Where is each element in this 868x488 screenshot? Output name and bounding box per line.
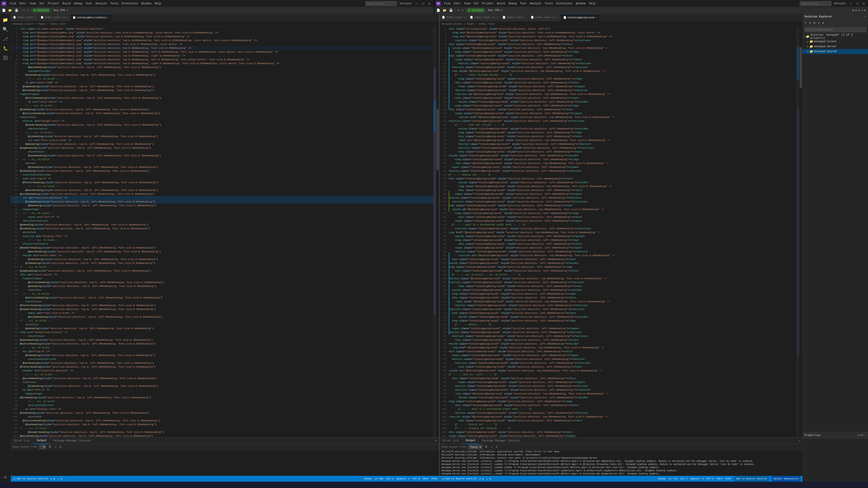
tab-left-3-close[interactable]: ✕ xyxy=(107,16,109,19)
menu-help-left[interactable]: Help xyxy=(153,1,163,6)
tab-left-2[interactable]: 📄 Index.razor.cs ✕ xyxy=(38,13,70,21)
menu-edit-left[interactable]: Edit xyxy=(18,1,28,6)
toolbar-btn-save[interactable]: 💾 xyxy=(13,8,20,13)
window-maximize-left[interactable]: □ xyxy=(420,1,426,6)
tree-item-server[interactable]: ▶ 📁 monopad.Server xyxy=(803,44,868,49)
prop-btn-show-events[interactable]: ⚡ xyxy=(865,433,866,437)
output-tab-pkgmgr-left[interactable]: Package Manager Console xyxy=(50,437,94,444)
menu-analyze-right[interactable]: Analyze xyxy=(528,1,543,6)
toolbar-btn-redo[interactable]: ↪ xyxy=(26,8,30,12)
status-spaces-left[interactable]: Spaces: 4 xyxy=(397,477,410,480)
toolbar-btn-debug[interactable]: Any CPU ▾ xyxy=(53,8,69,12)
menu-git-right[interactable]: Git xyxy=(472,1,480,6)
output-btn-wrap-right[interactable]: ↵ xyxy=(490,445,493,449)
output-btn-clear-left[interactable]: 🗑 xyxy=(48,445,52,449)
toolbar-cpu-r[interactable]: Any CPU ▾ xyxy=(487,8,504,12)
toolbar-btn-save-r[interactable]: 💾 xyxy=(448,8,454,13)
output-tab-output-right[interactable]: Output xyxy=(463,437,479,444)
menu-window-left[interactable]: Window xyxy=(140,1,153,6)
menu-help-right[interactable]: Help xyxy=(587,1,597,6)
tab-left-3-active[interactable]: 📄 UiHidingMenu/UiWhite ✕ xyxy=(70,13,112,21)
output-content-right[interactable]: Microsoft.Hosting.Lifetime: Information:… xyxy=(440,450,802,476)
output-tab-output-left[interactable]: Output xyxy=(34,437,50,444)
status-warning-count-left[interactable]: ⚠ 0 xyxy=(58,477,62,480)
output-btn-filter-left[interactable]: ⚙ xyxy=(59,445,62,449)
tab-left-1-close[interactable]: ✕ xyxy=(35,16,36,19)
output-btn-wrap-left[interactable]: ↵ xyxy=(54,445,57,449)
menu-file-left[interactable]: File xyxy=(8,1,18,6)
menu-edit-right[interactable]: Edit xyxy=(453,1,462,6)
status-source-control-right[interactable]: Add to Source Control xyxy=(734,476,769,482)
menu-project-left[interactable]: Project xyxy=(46,1,61,6)
menu-extensions-right[interactable]: Extensions xyxy=(555,1,574,6)
tree-item-client[interactable]: ▶ 📁 monopad.Client xyxy=(803,39,868,44)
tab-right-3[interactable]: 📄Index.razor✕ xyxy=(500,13,528,21)
status-repo-right[interactable]: Select Repository xyxy=(772,476,801,482)
status-warning-count-right[interactable]: ⚠ 0 xyxy=(487,477,491,480)
activity-icon-settings[interactable]: ⚙ xyxy=(1,473,10,482)
window-minimize-right[interactable]: ─ xyxy=(848,1,854,6)
status-lineending-right[interactable]: CRLF xyxy=(717,477,722,480)
status-spaces-right[interactable]: Spaces: 4 xyxy=(690,477,704,480)
sol-close-btn[interactable]: ✕ xyxy=(865,15,866,18)
menu-test-left[interactable]: Test xyxy=(84,1,94,6)
window-maximize-right[interactable]: □ xyxy=(855,1,860,6)
menu-debug-left[interactable]: Debug xyxy=(72,1,84,6)
activity-icon-explorer[interactable]: 📁 xyxy=(1,15,10,24)
sol-btn-filter[interactable]: ⊘ xyxy=(808,21,812,25)
output-btn-clear-right[interactable]: 🗑 xyxy=(484,445,489,449)
tab-right-4[interactable]: 📄Index.razor.cs✕ xyxy=(528,13,561,21)
sol-btn-collapse[interactable]: ⊟ xyxy=(812,21,816,25)
menu-extensions-left[interactable]: Extensions xyxy=(120,1,140,6)
menu-debug-right[interactable]: Debug xyxy=(507,1,518,6)
output-content-left[interactable] xyxy=(11,450,439,476)
menu-file-right[interactable]: File xyxy=(442,1,452,6)
toolbar-btn-new[interactable]: 📄 xyxy=(1,8,7,13)
search-box-right[interactable] xyxy=(800,1,831,6)
activity-icon-debug[interactable]: 🐛 xyxy=(1,44,10,53)
window-minimize-left[interactable]: ─ xyxy=(414,1,419,6)
menu-tools-left[interactable]: Tools xyxy=(109,1,120,6)
status-error-count-left[interactable]: ✗ 0 xyxy=(51,477,55,480)
menu-tools-right[interactable]: Tools xyxy=(543,1,555,6)
sol-btn-showall[interactable]: ⊕ xyxy=(821,21,825,25)
menu-view-left[interactable]: View xyxy=(28,1,38,6)
window-close-right[interactable]: ✕ xyxy=(861,1,867,6)
scrollbar-thumb-left[interactable] xyxy=(436,109,439,170)
output-close-left[interactable]: ✕ xyxy=(433,439,439,443)
search-box-left[interactable] xyxy=(365,1,397,6)
menu-build-right[interactable]: Build xyxy=(495,1,506,6)
status-encoding-left[interactable]: UTF-8 xyxy=(412,477,420,480)
menu-project-right[interactable]: Project xyxy=(480,1,495,6)
toolbar-start-btn[interactable]: ▶ monopad xyxy=(33,8,50,12)
activity-icon-search[interactable]: 🔍 xyxy=(1,25,10,34)
toolbar-btn-undo[interactable]: ↩ xyxy=(22,8,26,12)
scrollbar-left[interactable] xyxy=(436,26,439,437)
output-tab-pkgmgr-right[interactable]: Package Manager Console xyxy=(479,437,523,444)
tab-right-5-active[interactable]: 📄UiHidingBackground✕ xyxy=(561,13,599,21)
tab-right-2[interactable]: 📄Index.razor.cs✕ xyxy=(468,13,500,21)
menu-git-left[interactable]: Git xyxy=(38,1,46,6)
minimap-left[interactable] xyxy=(433,26,436,437)
toolbar-btn-undo-r[interactable]: ↩ xyxy=(456,8,460,12)
editor-content-left[interactable]: 1 <div class="ui-menu-container" style="… xyxy=(11,26,439,437)
menu-build-left[interactable]: Build xyxy=(61,1,72,6)
prop-btn-sort-alpha[interactable]: Αα xyxy=(860,433,864,437)
status-encoding-right[interactable]: UTF-8 xyxy=(706,477,714,480)
activity-icon-extensions[interactable]: ⬛ xyxy=(1,53,10,62)
status-branch-right[interactable]: ⎇ Add to Source Control xyxy=(441,477,477,480)
output-close-right[interactable]: ✕ xyxy=(796,439,802,442)
output-btn-filter-right[interactable]: ⚙ xyxy=(495,445,498,449)
toolbar-btn-redo-r[interactable]: ↪ xyxy=(461,8,465,12)
toolbar-start-btn-r[interactable]: ▶ monopad xyxy=(467,8,485,12)
menu-window-right[interactable]: Window xyxy=(575,1,587,6)
output-source-select-left[interactable] xyxy=(39,445,46,449)
activity-icon-git[interactable]: ⎇ xyxy=(1,34,10,43)
tree-item-solution[interactable]: ▼ 📁 Solution 'monopad' (3 of 3 projects) xyxy=(803,34,868,39)
status-lang-left[interactable]: HTML xyxy=(432,477,437,480)
sol-btn-add[interactable]: + xyxy=(804,21,808,25)
minimap-right[interactable] xyxy=(797,26,799,437)
toolbar-btn-open-r[interactable]: 📂 xyxy=(442,8,447,13)
output-source-select-right[interactable]: Debug xyxy=(468,445,483,449)
scrollbar-right-editor[interactable] xyxy=(799,26,802,437)
